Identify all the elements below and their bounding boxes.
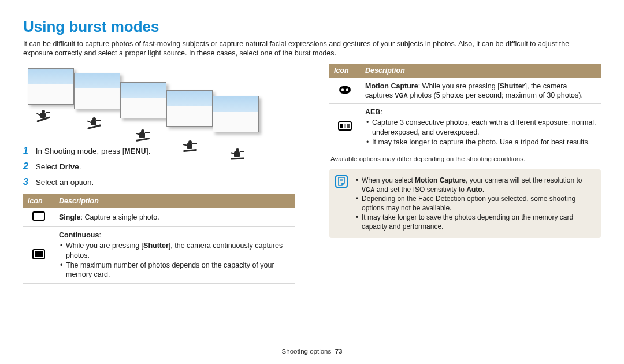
svg-rect-13	[145, 132, 150, 133]
note-caption: Available options may differ depending o…	[330, 155, 600, 164]
svg-point-30	[346, 88, 348, 91]
single-bold: Single	[59, 213, 81, 221]
thumbnail-3	[120, 82, 166, 118]
row-aeb: AEB: Capture 3 consecutive photos, each …	[329, 104, 601, 151]
mc-bold: Motion Capture	[365, 82, 418, 90]
mc-shutter: Shutter	[500, 82, 525, 90]
two-column-layout: 1 In Shooting mode, press [MENU]. 2 Sele…	[23, 64, 601, 284]
svg-rect-17	[183, 149, 197, 152]
step2-bold: Drive	[60, 162, 79, 171]
step1-text-a: In Shooting mode, press [	[36, 147, 125, 155]
cont-bullet-2: The maximum number of photos depends on …	[59, 261, 290, 280]
note-bullet-3: It may take longer to save the photos de…	[355, 213, 594, 231]
row-continuous: Continuous: While you are pressing [Shut…	[23, 227, 295, 284]
row-motion-capture: Motion Capture: While you are pressing […	[329, 78, 601, 104]
single-text: : Capture a single photo.	[81, 213, 159, 221]
svg-rect-25	[33, 212, 44, 220]
svg-rect-33	[344, 124, 346, 128]
left-column: 1 In Shooting mode, press [MENU]. 2 Sele…	[23, 64, 295, 284]
page-footer: Shooting options 73	[0, 347, 624, 356]
svg-rect-27	[35, 251, 43, 257]
right-column: Icon Description Motion Capture: While y…	[329, 64, 601, 284]
aeb-bold: AEB	[365, 108, 380, 116]
svg-rect-32	[340, 124, 343, 128]
continuous-icon	[32, 249, 45, 262]
svg-rect-22	[231, 158, 244, 160]
mc-vga: VGA	[395, 92, 408, 99]
thumbnail-4	[166, 90, 213, 127]
right-table: Icon Description Motion Capture: While y…	[329, 64, 601, 151]
footer-section: Shooting options	[282, 348, 332, 355]
motion-capture-icon	[338, 84, 352, 97]
svg-rect-23	[240, 151, 244, 152]
cont-bold: Continuous	[59, 231, 99, 239]
svg-rect-34	[347, 124, 350, 128]
burst-thumbnails	[23, 68, 295, 135]
note-box: When you select Motion Capture, your cam…	[329, 169, 601, 238]
svg-rect-3	[46, 112, 50, 113]
svg-point-29	[341, 88, 344, 91]
cont-bullet-1: While you are pressing [Shutter], the ca…	[59, 241, 290, 260]
step2-text-a: Select	[36, 162, 60, 171]
aeb-bullet-2: It may take longer to capture the photo.…	[365, 138, 596, 147]
page-title: Using burst modes	[23, 17, 601, 37]
svg-rect-8	[96, 120, 101, 121]
intro-text: It can be difficult to capture photos of…	[23, 39, 601, 58]
mc-t1: : While you are pressing [	[418, 82, 500, 90]
aeb-icon	[338, 121, 352, 133]
svg-rect-21	[234, 151, 240, 157]
th-desc: Description	[54, 194, 295, 208]
step3-text: Select an option.	[36, 178, 94, 187]
left-table: Icon Description Single: Capture a singl…	[23, 194, 295, 284]
row-single: Single: Capture a single photo.	[23, 208, 295, 227]
note-bullet-1: When you select Motion Capture, your cam…	[355, 176, 594, 194]
note-icon	[335, 175, 348, 188]
svg-rect-28	[339, 86, 351, 94]
svg-rect-16	[187, 143, 192, 149]
thumbnail-1	[28, 68, 74, 105]
thumbnail-5	[213, 96, 259, 132]
aeb-bullet-1: Capture 3 consecutive photos, each with …	[365, 118, 596, 137]
mc-t2: photos (5 photos per second; maximum of …	[408, 91, 583, 99]
step2-text-c: .	[79, 162, 81, 171]
footer-page: 73	[335, 348, 343, 355]
note-bullet-2: Depending on the Face Detection option y…	[355, 195, 594, 213]
th-icon: Icon	[23, 194, 54, 208]
svg-rect-18	[192, 143, 197, 144]
cont-colon: :	[99, 231, 101, 239]
thumbnail-2	[74, 73, 120, 109]
single-icon	[32, 211, 45, 223]
th-icon-r: Icon	[329, 64, 361, 77]
step-3: 3 Select an option.	[23, 176, 295, 188]
th-desc-r: Description	[361, 64, 601, 77]
aeb-colon: :	[380, 108, 382, 116]
